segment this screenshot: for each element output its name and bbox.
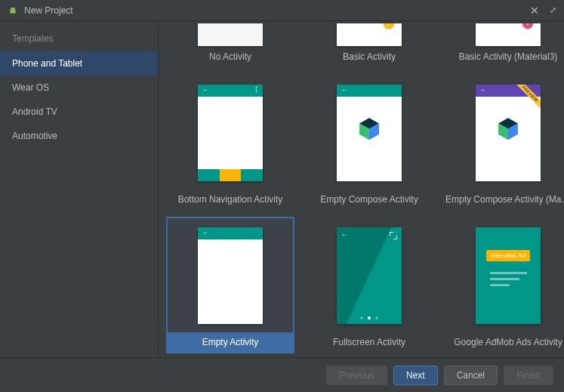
template-card-basic-activity[interactable]: + Basic Activity (305, 21, 433, 68)
finish-button: Finish (504, 366, 553, 385)
template-card-empty-compose-m3[interactable]: ← PREVIEW Empty Compose Activity (Materi… (444, 74, 564, 211)
fullscreen-icon (390, 232, 397, 239)
template-label: Empty Compose Activity (305, 191, 433, 211)
sidebar-item-android-tv[interactable]: Android TV (0, 100, 158, 124)
template-card-admob-activity[interactable]: Interstitial Ad Google AdMob Ads Activit… (444, 217, 564, 353)
cancel-button[interactable]: Cancel (444, 366, 498, 385)
sidebar-item-automotive[interactable]: Automotive (0, 124, 158, 148)
android-icon (8, 5, 18, 16)
close-icon[interactable]: ✕ (530, 5, 539, 17)
template-card-fullscreen-activity[interactable]: ← Fullscreen Activity (305, 217, 433, 353)
previous-button: Previous (326, 366, 387, 385)
template-card-no-activity[interactable]: No Activity (166, 21, 294, 68)
title-bar: New Project ✕ ⤢ (0, 0, 564, 21)
template-card-empty-activity[interactable]: ← Empty Activity (166, 217, 294, 353)
window-title: New Project (24, 5, 530, 16)
template-label: Bottom Navigation Activity (166, 191, 294, 211)
template-label: No Activity (166, 48, 294, 68)
template-label: Google AdMob Ads Activity (444, 334, 564, 353)
sidebar: Templates Phone and Tablet Wear OS Andro… (0, 21, 159, 357)
template-label: Basic Activity (Material3) (444, 48, 564, 68)
template-card-basic-activity-m3[interactable]: + Basic Activity (Material3) (444, 21, 564, 68)
footer: Previous Next Cancel Finish (0, 357, 564, 392)
next-button[interactable]: Next (393, 366, 438, 385)
sidebar-item-wear-os[interactable]: Wear OS (0, 76, 158, 100)
expand-window-icon[interactable]: ⤢ (550, 5, 556, 15)
ad-badge: Interstitial Ad (486, 250, 530, 261)
sidebar-item-phone-tablet[interactable]: Phone and Tablet (0, 51, 158, 76)
template-card-empty-compose[interactable]: ← Empty Compose Activity (305, 74, 433, 211)
template-card-bottom-navigation[interactable]: ←⋮ Bottom Navigation Activity (166, 74, 294, 211)
template-label: Basic Activity (305, 48, 433, 68)
template-label: Empty Activity (166, 334, 294, 353)
sidebar-header: Templates (0, 29, 158, 51)
template-gallery[interactable]: No Activity + Basic Activity + Basic Act… (159, 21, 564, 357)
template-label: Fullscreen Activity (305, 334, 433, 353)
template-label: Empty Compose Activity (Material3) (444, 191, 564, 211)
